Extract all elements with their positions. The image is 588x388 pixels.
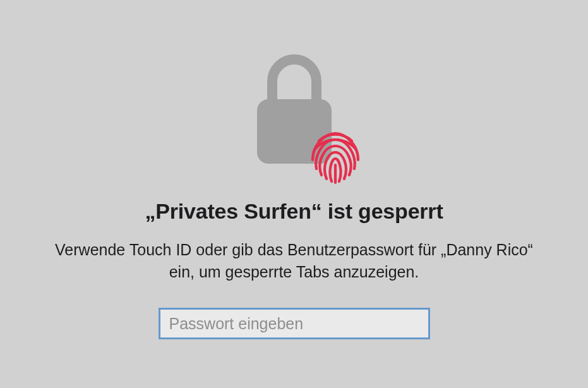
lock-fingerprint-illustration bbox=[234, 49, 354, 181]
password-input[interactable] bbox=[159, 308, 430, 339]
dialog-title: „Privates Surfen“ ist gesperrt bbox=[145, 199, 443, 224]
unlock-dialog: „Privates Surfen“ ist gesperrt Verwende … bbox=[0, 49, 588, 339]
fingerprint-icon bbox=[305, 124, 366, 185]
dialog-subtitle: Verwende Touch ID oder gib das Benutzerp… bbox=[48, 239, 541, 282]
